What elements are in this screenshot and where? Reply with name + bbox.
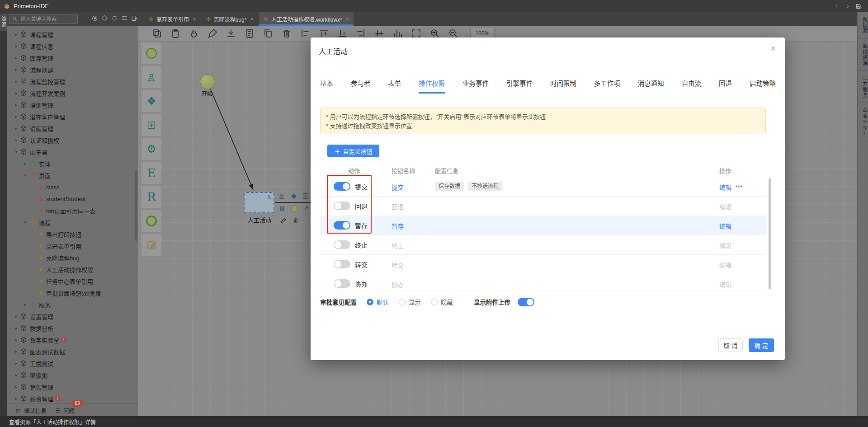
tree-item-稀饭粥[interactable]: ▸稀饭粥 [7,369,138,381]
action-toggle[interactable] [334,182,350,191]
hexagon-icon[interactable] [101,15,108,22]
tree-item-实体[interactable]: ▸实体 [7,158,138,169]
opinion-radio-label[interactable]: 显示 [409,297,421,306]
dialog-tab[interactable]: 引擎事件 [506,78,533,94]
action-toggle[interactable] [334,260,350,268]
caret-right-icon[interactable]: ▸ [14,326,19,330]
opinion-radio-0[interactable] [367,299,373,305]
outline-icon[interactable] [121,15,128,22]
right-panel-tab[interactable]: 命名Sql [858,103,868,141]
search-box[interactable] [9,14,78,24]
tree-scrollbar[interactable] [135,170,137,241]
caret-right-icon[interactable]: ▸ [23,161,28,166]
tree-item-克隆流程bug[interactable]: 克隆流程bug [7,252,138,263]
service-icon[interactable]: ⚙ [278,204,286,212]
tree-item-studentStudent[interactable]: studentStudent [7,193,138,205]
tree-item-请假管理[interactable]: ▸请假管理 [7,122,138,134]
caret-right-icon[interactable]: ▸ [14,103,19,107]
tree-item-导出打印按钮[interactable]: 导出打印按钮 [7,228,138,240]
caret-right-icon[interactable]: ▸ [14,338,19,342]
close-tab-icon[interactable]: × [193,16,196,23]
tree-item-class[interactable]: class [7,181,138,193]
right-panel-tab[interactable]: 数据源 [858,12,868,39]
editor-tab[interactable]: 克隆流程bug*× [201,12,259,26]
nav-back-icon[interactable] [834,3,840,9]
tree-item-数据分析[interactable]: ▸数据分析 [7,322,138,334]
palette-subprocess[interactable] [142,114,161,136]
button-name-link[interactable]: 暂存 [392,221,404,230]
opinion-radio-label[interactable]: 默认 [377,297,389,306]
trash-icon[interactable] [281,28,292,39]
palette-end-event[interactable] [142,210,161,232]
action-toggle[interactable] [334,221,350,230]
close-tab-icon[interactable]: × [346,16,349,23]
tree-item-课程信息[interactable]: ▸课程信息 [7,40,138,52]
caret-right-icon[interactable]: ▸ [14,373,19,377]
align-left-icon[interactable] [300,28,311,39]
participant-icon[interactable] [278,192,286,200]
caret-down-icon[interactable]: ▾ [14,150,19,154]
caret-right-icon[interactable]: ▸ [14,126,19,131]
dialog-tab[interactable]: 表单 [388,78,401,94]
action-toggle[interactable] [334,202,350,210]
dialog-tab[interactable]: 自由流 [682,78,702,94]
tree-item-王斌测试[interactable]: ▸王斌测试 [7,357,138,369]
caret-right-icon[interactable]: ▸ [23,302,28,307]
tree-item-流程开发案例[interactable]: ▸流程开发案例 [7,87,138,99]
more-actions-icon[interactable]: ••• [736,183,743,192]
export-icon[interactable] [131,15,138,22]
caret-right-icon[interactable]: ▸ [14,56,19,60]
close-icon[interactable]: × [770,44,776,53]
right-panel-tab[interactable]: 离线资源 [858,39,868,71]
palette-service[interactable]: ⚙ [142,138,161,160]
caret-right-icon[interactable]: ▸ [14,79,19,84]
caret-right-icon[interactable]: ▸ [14,349,19,354]
gateway-icon[interactable]: ❖ [290,192,298,200]
ai-icon[interactable] [91,15,98,22]
button-name-link[interactable]: 提交 [392,183,404,192]
attachment-upload-toggle[interactable] [518,298,534,306]
caret-down-icon[interactable]: ▾ [23,173,28,178]
caret-right-icon[interactable]: ▸ [14,396,19,401]
dialog-tab[interactable]: 启动策略 [750,78,776,94]
tree-item-培训管理[interactable]: ▸培训管理 [7,99,138,111]
problems-tab[interactable]: 问题 [54,406,75,415]
palette-participant[interactable] [142,66,161,88]
search-input[interactable] [19,16,71,22]
dialog-tab[interactable]: 多工作项 [594,78,620,94]
edit-icon[interactable] [279,216,288,225]
brush-icon[interactable] [207,28,218,39]
resources-rail-tab[interactable]: 资源 [0,14,7,31]
right-panel-tab[interactable]: 三方服务 [858,71,868,103]
tree-item-数字实验室[interactable]: ▸数字实验室! [7,334,138,346]
tree-item-任务中心表单引用[interactable]: 任务中心表单引用 [7,275,138,287]
caret-right-icon[interactable]: ▸ [14,361,19,366]
opinion-radio-1[interactable] [399,299,406,305]
palette-entity-E[interactable]: E [142,162,161,184]
palette-note[interactable] [142,234,161,256]
palette-gateway[interactable]: ❖ [142,90,161,112]
start-event-node[interactable] [200,74,215,89]
edit-link[interactable]: 编辑 [719,221,731,230]
caret-right-icon[interactable]: ▸ [14,385,19,389]
save-icon[interactable] [855,3,862,9]
clipboard-icon[interactable] [170,28,181,39]
custom-button-add[interactable]: ＋ 自定义按钮 [327,145,379,157]
tree-item-山羊君[interactable]: ▾山羊君 [7,146,138,158]
dialog-tab[interactable]: 时间限制 [550,78,576,94]
caret-right-icon[interactable]: ▸ [14,114,19,119]
caret-down-icon[interactable]: ▾ [23,220,28,225]
edit-link[interactable]: 编辑 [719,183,731,192]
action-toggle[interactable] [334,279,350,288]
copy-icon[interactable] [263,28,274,39]
tree-item-库存管理[interactable]: ▸库存管理 [7,52,138,64]
tree-item-课程管理[interactable]: ▸课程管理 [7,28,138,40]
tree-item-页面[interactable]: ▾页面 [7,169,138,181]
caret-right-icon[interactable]: ▸ [14,44,19,48]
tree-item-流程创建[interactable]: ▸流程创建 [7,64,138,75]
close-tab-icon[interactable]: × [250,16,254,23]
hand-icon[interactable] [189,28,199,39]
opinion-radio-2[interactable] [431,299,438,305]
caret-right-icon[interactable]: ▸ [14,91,19,95]
tree-item-服务[interactable]: ▸服务 [7,299,138,310]
